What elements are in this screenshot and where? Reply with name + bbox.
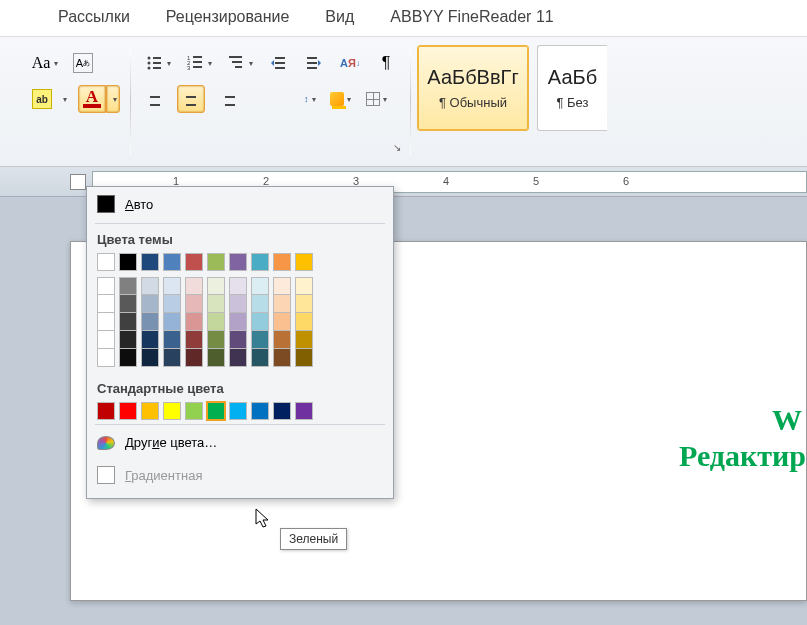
align-center-button[interactable] <box>177 85 205 113</box>
theme-color-swatch[interactable] <box>251 253 269 271</box>
theme-shade-swatch[interactable] <box>229 349 247 367</box>
tab-selector[interactable] <box>70 174 86 190</box>
theme-shade-swatch[interactable] <box>251 277 269 295</box>
theme-shade-swatch[interactable] <box>163 331 181 349</box>
theme-shade-swatch[interactable] <box>119 277 137 295</box>
standard-color-swatch[interactable] <box>141 402 159 420</box>
theme-shade-swatch[interactable] <box>141 313 159 331</box>
bullets-button[interactable]: ▾ <box>141 49 174 77</box>
more-colors-item[interactable]: Другие цвета… <box>87 427 393 458</box>
highlight-split-button[interactable]: ab ▾ <box>28 85 70 113</box>
theme-shade-swatch[interactable] <box>251 313 269 331</box>
align-justify-button[interactable] <box>249 85 277 113</box>
theme-shade-swatch[interactable] <box>185 277 203 295</box>
theme-color-swatch[interactable] <box>295 253 313 271</box>
indent-increase-button[interactable] <box>300 49 328 77</box>
theme-shade-swatch[interactable] <box>273 277 291 295</box>
show-marks-button[interactable]: ¶ <box>372 49 400 77</box>
standard-color-swatch[interactable] <box>185 402 203 420</box>
theme-shade-swatch[interactable] <box>295 349 313 367</box>
standard-color-swatch[interactable] <box>97 402 115 420</box>
theme-shade-swatch[interactable] <box>97 331 115 349</box>
theme-color-swatch[interactable] <box>229 253 247 271</box>
font-color-dropdown[interactable]: ▾ <box>106 85 120 113</box>
theme-color-swatch[interactable] <box>185 253 203 271</box>
highlight-dropdown[interactable]: ▾ <box>56 85 70 113</box>
theme-shade-swatch[interactable] <box>163 313 181 331</box>
tab-abbyy[interactable]: ABBYY FineReader 11 <box>390 8 553 26</box>
theme-color-swatch[interactable] <box>163 253 181 271</box>
theme-shade-swatch[interactable] <box>229 295 247 313</box>
theme-shade-swatch[interactable] <box>251 331 269 349</box>
sort-button[interactable]: AЯ↓ <box>336 49 364 77</box>
phonetic-guide-button[interactable]: Aあ <box>69 49 97 77</box>
theme-shade-swatch[interactable] <box>229 277 247 295</box>
standard-color-swatch[interactable] <box>163 402 181 420</box>
theme-shade-swatch[interactable] <box>97 349 115 367</box>
theme-shade-swatch[interactable] <box>141 295 159 313</box>
theme-shade-swatch[interactable] <box>229 313 247 331</box>
numbering-button[interactable]: 123▾ <box>182 49 215 77</box>
tab-view[interactable]: Вид <box>325 8 354 26</box>
theme-shade-swatch[interactable] <box>295 295 313 313</box>
theme-shade-swatch[interactable] <box>295 313 313 331</box>
theme-shade-swatch[interactable] <box>251 349 269 367</box>
theme-shade-swatch[interactable] <box>207 331 225 349</box>
indent-decrease-button[interactable] <box>264 49 292 77</box>
theme-color-swatch[interactable] <box>119 253 137 271</box>
theme-shade-swatch[interactable] <box>163 277 181 295</box>
theme-color-swatch[interactable] <box>97 253 115 271</box>
theme-shade-swatch[interactable] <box>251 295 269 313</box>
theme-color-swatch[interactable] <box>273 253 291 271</box>
theme-shade-swatch[interactable] <box>273 331 291 349</box>
theme-shade-swatch[interactable] <box>119 331 137 349</box>
theme-shade-swatch[interactable] <box>273 295 291 313</box>
standard-color-swatch[interactable] <box>273 402 291 420</box>
theme-shade-swatch[interactable] <box>185 313 203 331</box>
theme-shade-swatch[interactable] <box>119 313 137 331</box>
theme-shade-swatch[interactable] <box>97 313 115 331</box>
theme-shade-swatch[interactable] <box>185 295 203 313</box>
align-right-button[interactable] <box>213 85 241 113</box>
theme-shade-swatch[interactable] <box>97 295 115 313</box>
theme-shade-swatch[interactable] <box>141 277 159 295</box>
style-normal[interactable]: АаБбВвГг ¶ Обычный <box>417 45 529 131</box>
theme-shade-swatch[interactable] <box>207 277 225 295</box>
standard-color-swatch[interactable] <box>251 402 269 420</box>
standard-color-swatch[interactable] <box>207 402 225 420</box>
highlight-button[interactable]: ab <box>28 85 56 113</box>
theme-shade-swatch[interactable] <box>119 349 137 367</box>
theme-shade-swatch[interactable] <box>141 331 159 349</box>
standard-color-swatch[interactable] <box>295 402 313 420</box>
line-spacing-button[interactable]: ↕▾ <box>285 85 319 113</box>
theme-shade-swatch[interactable] <box>97 277 115 295</box>
style-no-spacing[interactable]: АаБб ¶ Без <box>537 45 607 131</box>
theme-color-swatch[interactable] <box>141 253 159 271</box>
theme-shade-swatch[interactable] <box>295 331 313 349</box>
theme-shade-swatch[interactable] <box>207 349 225 367</box>
theme-shade-swatch[interactable] <box>207 313 225 331</box>
theme-shade-swatch[interactable] <box>141 349 159 367</box>
theme-color-swatch[interactable] <box>207 253 225 271</box>
font-color-button[interactable]: A <box>78 85 106 113</box>
theme-shade-swatch[interactable] <box>163 349 181 367</box>
standard-color-swatch[interactable] <box>119 402 137 420</box>
paragraph-dialog-launcher[interactable]: ↘ <box>390 140 404 154</box>
standard-color-swatch[interactable] <box>229 402 247 420</box>
align-left-button[interactable] <box>141 85 169 113</box>
auto-color-item[interactable]: Авто <box>87 187 393 221</box>
tab-review[interactable]: Рецензирование <box>166 8 290 26</box>
theme-shade-swatch[interactable] <box>119 295 137 313</box>
theme-shade-swatch[interactable] <box>163 295 181 313</box>
theme-shade-swatch[interactable] <box>185 331 203 349</box>
shading-button[interactable]: ▾ <box>327 85 355 113</box>
theme-shade-swatch[interactable] <box>273 313 291 331</box>
multilevel-button[interactable]: ▾ <box>223 49 256 77</box>
theme-shade-swatch[interactable] <box>273 349 291 367</box>
theme-shade-swatch[interactable] <box>207 295 225 313</box>
theme-shade-swatch[interactable] <box>295 277 313 295</box>
borders-button[interactable]: ▾ <box>363 85 391 113</box>
change-case-button[interactable]: Aa▾ <box>28 49 61 77</box>
theme-shade-swatch[interactable] <box>229 331 247 349</box>
tab-mailings[interactable]: Рассылки <box>58 8 130 26</box>
